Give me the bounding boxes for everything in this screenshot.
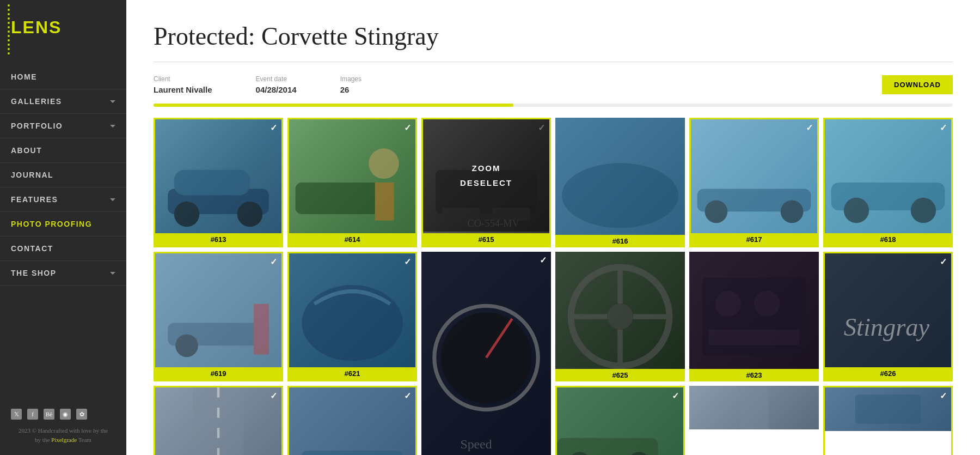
svg-rect-20: [254, 304, 269, 355]
svg-point-16: [844, 198, 869, 223]
svg-point-19: [175, 334, 198, 357]
nav-item-the-shop[interactable]: THE SHOP: [0, 261, 126, 286]
photo-618[interactable]: ✓ #618: [823, 118, 953, 247]
svg-point-5: [369, 148, 399, 179]
dribbble-icon[interactable]: ◉: [60, 409, 71, 420]
client-block: Client Laurent Nivalle: [154, 75, 212, 95]
photo-label: #625: [555, 369, 685, 381]
title-divider: [154, 62, 953, 62]
check-icon: ✓: [672, 391, 679, 401]
svg-rect-39: [302, 451, 403, 455]
svg-point-21: [302, 285, 403, 361]
check-icon: ✓: [940, 391, 947, 401]
chevron-down-icon: [110, 198, 115, 201]
photo-label: #613: [155, 233, 281, 246]
svg-text:Stingray: Stingray: [844, 313, 930, 341]
chevron-down-icon: [110, 272, 115, 275]
svg-rect-4: [296, 183, 384, 214]
photo-partial-1[interactable]: [689, 386, 819, 455]
progress-bar: [154, 104, 953, 107]
download-button[interactable]: DOWNLOAD: [882, 75, 953, 94]
photo-label: #618: [825, 233, 951, 246]
photo-626[interactable]: Stingray ✓ #626: [823, 252, 953, 381]
sidebar-decoration: [8, 4, 10, 54]
nav-label: THE SHOP: [11, 269, 57, 277]
check-icon: ✓: [940, 257, 947, 267]
svg-point-34: [754, 290, 780, 317]
chevron-down-icon: [110, 125, 115, 128]
main-nav: HOMEGALLERIESPORTFOLIOABOUTJOURNALFEATUR…: [0, 48, 126, 398]
svg-rect-6: [375, 183, 394, 221]
nav-label: HOME: [11, 72, 37, 81]
nav-label: CONTACT: [11, 244, 53, 253]
flickr-icon[interactable]: ✿: [76, 409, 87, 420]
photo-621[interactable]: ✓ #621: [287, 252, 417, 381]
nav-item-photo-proofing[interactable]: PHOTO PROOFING: [0, 212, 126, 236]
deselect-button[interactable]: DESELECT: [460, 178, 512, 187]
svg-point-23: [441, 312, 532, 403]
svg-rect-46: [739, 386, 768, 429]
social-icons: 𝕏 f Bē ◉ ✿: [11, 409, 115, 420]
sidebar-footer: 𝕏 f Bē ◉ ✿ 2023 © Handcrafted with love …: [0, 398, 126, 455]
photo-623[interactable]: #623: [689, 252, 819, 381]
photo-label: #615: [423, 233, 549, 246]
page-title: Protected: Corvette Stingray: [154, 22, 953, 51]
nav-label: JOURNAL: [11, 171, 53, 179]
photo-label: #614: [289, 233, 415, 246]
nav-label: PORTFOLIO: [11, 122, 63, 130]
photo-overlay: ZOOM DESELECT: [423, 119, 549, 232]
photo-gallery: ✓ #613 ✓ #614 CO-554-MV: [154, 118, 953, 455]
check-icon: ✓: [940, 123, 947, 133]
photo-616[interactable]: #616: [555, 118, 685, 247]
svg-point-2: [237, 202, 262, 227]
photo-624-gauge[interactable]: Speed ✓ #624: [421, 252, 551, 455]
check-icon: ✓: [270, 123, 277, 133]
twitter-icon[interactable]: 𝕏: [11, 409, 22, 420]
client-value: Laurent Nivalle: [154, 85, 212, 94]
main-content: Protected: Corvette Stingray Client Laur…: [126, 0, 980, 455]
images-value: 26: [340, 85, 350, 94]
svg-point-1: [174, 202, 199, 227]
check-icon: ✓: [404, 391, 411, 401]
photo-626b[interactable]: ✓: [154, 386, 283, 455]
chevron-down-icon: [110, 100, 115, 103]
check-icon: ✓: [540, 255, 547, 265]
logo[interactable]: LENS: [0, 0, 126, 48]
photo-label: #621: [289, 367, 415, 380]
svg-text:Speed: Speed: [460, 437, 492, 451]
photo-619[interactable]: ✓ #619: [154, 252, 283, 381]
behance-icon[interactable]: Bē: [44, 409, 54, 420]
images-block: Images 26: [340, 75, 362, 95]
nav-item-contact[interactable]: CONTACT: [0, 236, 126, 261]
nav-label: FEATURES: [11, 195, 58, 204]
event-date-block: Event date 04/28/2014: [256, 75, 297, 95]
progress-fill: [154, 104, 513, 107]
photo-label: #619: [155, 367, 281, 380]
facebook-icon[interactable]: f: [27, 409, 38, 420]
photo-614[interactable]: ✓ #614: [287, 118, 417, 247]
photo-625[interactable]: #625: [555, 252, 685, 381]
nav-item-portfolio[interactable]: PORTFOLIO: [0, 114, 126, 138]
svg-point-33: [715, 290, 742, 317]
photo-617[interactable]: ✓ #617: [689, 118, 819, 247]
nav-label: GALLERIES: [11, 97, 62, 106]
check-icon: ✓: [806, 123, 813, 133]
photo-back-road[interactable]: CO-554-MV ✓: [287, 386, 417, 455]
photo-613[interactable]: ✓ #613: [154, 118, 283, 247]
check-icon: ✓: [270, 391, 277, 401]
photo-label: #623: [689, 369, 819, 381]
nav-item-journal[interactable]: JOURNAL: [0, 163, 126, 187]
nav-item-about[interactable]: ABOUT: [0, 138, 126, 163]
images-label: Images: [340, 75, 362, 83]
svg-point-11: [562, 163, 678, 228]
nav-item-features[interactable]: FEATURES: [0, 187, 126, 212]
photo-partial-2[interactable]: ✓: [823, 386, 953, 455]
photo-label: #616: [555, 235, 685, 247]
nav-item-home[interactable]: HOME: [0, 65, 126, 89]
photo-side-road2[interactable]: ✓: [555, 386, 685, 455]
nav-item-galleries[interactable]: GALLERIES: [0, 89, 126, 114]
photo-615[interactable]: CO-554-MV ✓ ZOOM DESELECT #615: [421, 118, 551, 247]
check-icon: ✓: [404, 257, 411, 267]
svg-rect-43: [557, 438, 658, 455]
zoom-button[interactable]: ZOOM: [472, 163, 501, 173]
